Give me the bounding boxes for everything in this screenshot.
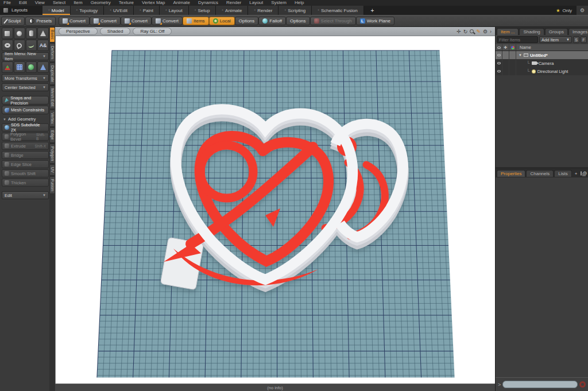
convert-button-3[interactable]: Convert: [121, 17, 152, 25]
item-row-camera[interactable]: └ Camera: [496, 59, 588, 67]
tab-properties[interactable]: Properties: [497, 170, 525, 177]
local-action-center-button[interactable]: Local: [209, 17, 235, 25]
viewport-projection-selector[interactable]: Perspective: [59, 28, 98, 35]
convert-button-1[interactable]: Convert: [59, 17, 90, 25]
layout-tab-schematic-fusion[interactable]: * Schematic Fusion: [312, 6, 363, 15]
visibility-toggle[interactable]: [496, 59, 502, 67]
menu-system[interactable]: System: [271, 0, 287, 6]
menu-item[interactable]: Item: [74, 0, 83, 6]
visibility-toggle[interactable]: [496, 51, 502, 59]
items-mode-button[interactable]: Items: [183, 17, 209, 25]
tab-channels[interactable]: Channels: [526, 170, 554, 177]
menu-file[interactable]: File: [3, 0, 11, 6]
convert-button-2[interactable]: Convert: [90, 17, 121, 25]
tool-bridge[interactable]: Bridge: [2, 151, 49, 159]
lock-column[interactable]: ✚: [502, 44, 509, 51]
layout-tab-render[interactable]: * Render: [248, 6, 278, 15]
cylinder-primitive-button[interactable]: [26, 28, 37, 39]
filter-button[interactable]: F: [581, 36, 587, 43]
sphere-primitive-button[interactable]: [14, 28, 25, 39]
cone-item-button[interactable]: [37, 61, 49, 73]
cookie-cutter-model[interactable]: [150, 94, 426, 307]
tab-groups[interactable]: Groups: [545, 28, 568, 35]
vtab-deform[interactable]: Deform: [49, 43, 55, 62]
tool-extrude[interactable]: Extrude Shift-X: [2, 142, 49, 150]
vtab-mesh-edit[interactable]: Mesh Edit: [49, 86, 55, 109]
mesh-sphere-item-button[interactable]: [26, 61, 37, 73]
viewport-raygl-selector[interactable]: Ray GL: Off: [133, 28, 172, 35]
layout-tab-setup[interactable]: * Setup: [189, 6, 216, 15]
falloff-button[interactable]: Falloff: [258, 17, 286, 25]
tube-primitive-button[interactable]: [14, 40, 25, 51]
tab-item-list[interactable]: Item ...: [497, 28, 519, 35]
options-button-1[interactable]: Options: [235, 17, 259, 25]
command-input[interactable]: [502, 381, 578, 388]
tool-smooth-shift[interactable]: Smooth Shift: [2, 169, 49, 177]
torus-primitive-button[interactable]: [2, 40, 13, 51]
solo-button[interactable]: S: [573, 36, 579, 43]
viewport-3d-canvas[interactable]: [55, 36, 495, 384]
mesh-plane-item-button[interactable]: [14, 61, 25, 73]
menu-texture[interactable]: Texture: [119, 0, 134, 6]
menu-view[interactable]: View: [35, 0, 45, 6]
add-geometry-section-header[interactable]: ▼ Add Geometry: [2, 115, 49, 122]
vtab-vertex[interactable]: Vertex: [49, 110, 55, 127]
sculpt-button[interactable]: Sculpt: [1, 17, 25, 26]
pan-icon[interactable]: ✛: [457, 28, 461, 35]
menu-render[interactable]: Render: [226, 0, 241, 6]
filter-items-input[interactable]: [497, 36, 538, 43]
item-menu-dropdown[interactable]: Item Menu: New Item ▼: [2, 52, 49, 60]
vtab-uv[interactable]: UV: [49, 164, 55, 176]
center-selected-dropdown[interactable]: Center Selected ▼: [2, 83, 49, 91]
viewport-more-icon[interactable]: ›: [490, 28, 492, 35]
layout-tab-layout[interactable]: * Layout: [160, 6, 189, 15]
layout-tab-topology[interactable]: * Topology: [71, 6, 105, 15]
more-transforms-dropdown[interactable]: More Transforms ▼: [2, 74, 49, 82]
cone-primitive-button[interactable]: [37, 28, 49, 39]
vtab-basic[interactable]: Basic: [49, 27, 55, 42]
menu-vertex-map[interactable]: Vertex Map: [142, 0, 165, 6]
tab-images[interactable]: Images: [568, 28, 588, 35]
layoutbar-gear-button[interactable]: ⚙: [577, 6, 588, 15]
menu-animate[interactable]: Animate: [173, 0, 190, 6]
vtab-fusion[interactable]: Fusion: [49, 176, 55, 194]
color-column[interactable]: [509, 44, 516, 51]
layout-tab-model[interactable]: * Model: [42, 6, 71, 15]
curve-tool-button[interactable]: [26, 40, 37, 51]
menu-layout[interactable]: Layout: [249, 0, 263, 6]
item-row-directional-light[interactable]: └ Directional Light: [496, 67, 588, 75]
tool-thicken[interactable]: Thicken: [2, 179, 49, 187]
snaps-and-precision-button[interactable]: Snaps and Precision: [2, 96, 49, 104]
work-plane-button[interactable]: L Work Plane: [356, 17, 394, 25]
vtab-polygon[interactable]: Polygon: [49, 144, 55, 164]
presets-button[interactable]: Presets: [25, 17, 56, 26]
layouts-menu[interactable]: Layouts: [10, 6, 42, 15]
visibility-toggle[interactable]: [496, 67, 502, 75]
viewport-gear-icon[interactable]: ⚙: [483, 28, 488, 35]
visibility-column[interactable]: [496, 44, 502, 51]
edit-dropdown[interactable]: Edit ▼: [2, 191, 49, 199]
add-panel-tab-button[interactable]: +: [572, 171, 580, 177]
item-row-untitled[interactable]: ▼ Untitled*: [496, 51, 588, 59]
layout-tab-scripting[interactable]: * Scripting: [278, 6, 312, 15]
popout-icon[interactable]: [581, 171, 582, 176]
text-tool-button[interactable]: A&: [37, 40, 49, 51]
add-layout-tab-button[interactable]: +: [364, 6, 381, 15]
rotate-icon[interactable]: ↻: [463, 28, 468, 35]
expander-icon[interactable]: ▼: [519, 53, 522, 57]
layout-tab-animate[interactable]: * Animate: [216, 6, 248, 15]
menu-geometry[interactable]: Geometry: [91, 0, 111, 6]
cube-primitive-button[interactable]: [2, 28, 13, 39]
viewport-shading-selector[interactable]: Shaded: [100, 28, 131, 35]
tool-sds-subdivide[interactable]: SDS Subdivide 2X: [2, 123, 49, 131]
vtab-edge[interactable]: Edge: [49, 127, 55, 142]
vtab-duplicate[interactable]: Duplicate: [49, 63, 55, 85]
layout-tab-paint[interactable]: * Paint: [134, 6, 160, 15]
select-through-button[interactable]: Select Through: [310, 17, 356, 25]
tab-lists[interactable]: Lists: [554, 170, 571, 177]
menu-help[interactable]: Help: [295, 0, 304, 6]
tool-polygon-bevel[interactable]: Polygon Bevel Shift-B: [2, 133, 49, 141]
tool-edge-slice[interactable]: Edge Slice: [2, 160, 49, 168]
options-button-2[interactable]: Options: [286, 17, 310, 25]
menu-edit[interactable]: Edit: [19, 0, 27, 6]
